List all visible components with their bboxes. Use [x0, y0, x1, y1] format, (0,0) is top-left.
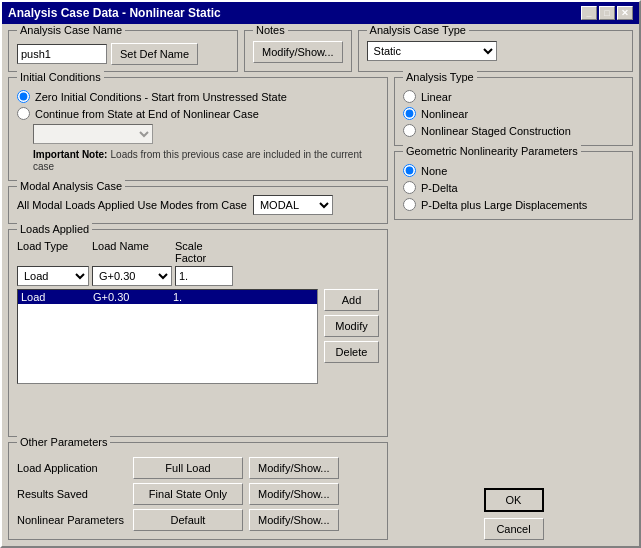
radio-zero-label: Zero Initial Conditions - Start from Uns… — [35, 91, 287, 103]
load-application-label: Load Application — [17, 462, 127, 474]
modal-analysis-description: All Modal Loads Applied Use Modes from C… — [17, 199, 247, 211]
analysis-case-type-group: Analysis Case Type Static Modal Response… — [358, 30, 633, 72]
modal-analysis-row: All Modal Loads Applied Use Modes from C… — [17, 195, 379, 215]
results-saved-value-btn[interactable]: Final State Only — [133, 483, 243, 505]
continue-select-row — [33, 124, 379, 144]
load-application-modify-btn[interactable]: Modify/Show... — [249, 457, 339, 479]
radio-none: None — [403, 164, 624, 177]
analysis-case-type-label: Analysis Case Type — [367, 24, 469, 36]
minimize-button[interactable]: _ — [581, 6, 597, 20]
row-load-name: G+0.30 — [90, 290, 170, 304]
radio-pdelta-input[interactable] — [403, 181, 416, 194]
geometric-nonlinearity-radios: None P-Delta P-Delta plus Large Displace… — [403, 164, 624, 211]
radio-none-input[interactable] — [403, 164, 416, 177]
radio-pdelta-large-label: P-Delta plus Large Displacements — [421, 199, 587, 211]
load-application-value-btn[interactable]: Full Load — [133, 457, 243, 479]
table-row[interactable]: Load G+0.30 1. — [18, 290, 317, 304]
window-title: Analysis Case Data - Nonlinear Static — [8, 6, 221, 20]
initial-conditions-radios: Zero Initial Conditions - Start from Uns… — [17, 90, 379, 172]
nonlinear-parameters-value-btn[interactable]: Default — [133, 509, 243, 531]
initial-conditions-group: Initial Conditions Zero Initial Conditio… — [8, 77, 388, 181]
important-note-area: Important Note: Loads from this previous… — [33, 148, 379, 172]
analysis-type-group: Analysis Type Linear Nonlinear Nonlin — [394, 77, 633, 146]
right-panel: Analysis Type Linear Nonlinear Nonlin — [394, 77, 633, 540]
ok-cancel-area: OK Cancel — [394, 478, 633, 540]
maximize-button[interactable]: □ — [599, 6, 615, 20]
loads-applied-label: Loads Applied — [17, 223, 92, 235]
other-parameters-label: Other Parameters — [17, 436, 110, 448]
nonlinear-parameters-modify-btn[interactable]: Modify/Show... — [249, 509, 339, 531]
loads-table-container: Load G+0.30 1. — [17, 289, 318, 384]
notes-group: Notes Modify/Show... — [244, 30, 352, 72]
case-name-group: Analysis Case Name Set Def Name — [8, 30, 238, 72]
results-saved-modify-btn[interactable]: Modify/Show... — [249, 483, 339, 505]
radio-continue: Continue from State at End of Nonlinear … — [17, 107, 379, 120]
loads-column-headers: Load Type Load Name Scale Factor — [17, 240, 379, 264]
col-load-name: Load Name — [92, 240, 172, 264]
param-row-nonlinear-parameters: Nonlinear Parameters Default Modify/Show… — [17, 509, 379, 531]
main-window: Analysis Case Data - Nonlinear Static _ … — [0, 0, 641, 548]
loads-area: Load G+0.30 1. Add Modify Delete — [17, 289, 379, 384]
scale-factor-input[interactable] — [175, 266, 233, 286]
radio-linear-input[interactable] — [403, 90, 416, 103]
analysis-case-type-select[interactable]: Static Modal Response Spectrum Linear St… — [367, 41, 497, 61]
radio-zero-initial-input[interactable] — [17, 90, 30, 103]
ok-button[interactable]: OK — [484, 488, 544, 512]
row-load-type: Load — [18, 290, 90, 304]
delete-button[interactable]: Delete — [324, 341, 379, 363]
radio-none-label: None — [421, 165, 447, 177]
case-name-input[interactable] — [17, 44, 107, 64]
case-name-label: Analysis Case Name — [17, 24, 125, 36]
other-parameters-grid: Load Application Full Load Modify/Show..… — [17, 457, 379, 531]
radio-pdelta-large: P-Delta plus Large Displacements — [403, 198, 624, 211]
initial-conditions-label: Initial Conditions — [17, 71, 104, 83]
top-row: Analysis Case Name Set Def Name Notes Mo… — [8, 30, 633, 72]
modal-analysis-group: Modal Analysis Case All Modal Loads Appl… — [8, 186, 388, 224]
radio-pdelta-label: P-Delta — [421, 182, 458, 194]
analysis-type-radios: Linear Nonlinear Nonlinear Staged Constr… — [403, 90, 624, 137]
other-parameters-group: Other Parameters Load Application Full L… — [8, 442, 388, 540]
load-type-select[interactable]: Load — [17, 266, 89, 286]
notes-label: Notes — [253, 24, 288, 36]
title-bar: Analysis Case Data - Nonlinear Static _ … — [2, 2, 639, 24]
close-button[interactable]: ✕ — [617, 6, 633, 20]
radio-pdelta: P-Delta — [403, 181, 624, 194]
continue-case-select[interactable] — [33, 124, 153, 144]
radio-pdelta-large-input[interactable] — [403, 198, 416, 211]
radio-linear: Linear — [403, 90, 624, 103]
loads-actions: Add Modify Delete — [324, 289, 379, 384]
notes-modify-show-button[interactable]: Modify/Show... — [253, 41, 343, 63]
important-note-label: Important Note: — [33, 149, 107, 160]
radio-nonlinear-label: Nonlinear — [421, 108, 468, 120]
set-def-name-button[interactable]: Set Def Name — [111, 43, 198, 65]
cancel-button[interactable]: Cancel — [484, 518, 544, 540]
radio-nonlinear: Nonlinear — [403, 107, 624, 120]
analysis-type-label: Analysis Type — [403, 71, 477, 83]
case-name-row: Set Def Name — [17, 43, 229, 65]
nonlinear-parameters-label: Nonlinear Parameters — [17, 514, 127, 526]
col-load-type: Load Type — [17, 240, 89, 264]
loads-applied-group: Loads Applied Load Type Load Name Scale … — [8, 229, 388, 437]
load-name-select[interactable]: G+0.30 — [92, 266, 172, 286]
row-scale-factor: 1. — [170, 290, 230, 304]
radio-nonlinear-input[interactable] — [403, 107, 416, 120]
title-bar-buttons: _ □ ✕ — [581, 6, 633, 20]
left-panel: Initial Conditions Zero Initial Conditio… — [8, 77, 388, 540]
radio-staged: Nonlinear Staged Construction — [403, 124, 624, 137]
modify-button[interactable]: Modify — [324, 315, 379, 337]
results-saved-label: Results Saved — [17, 488, 127, 500]
modal-analysis-label: Modal Analysis Case — [17, 180, 125, 192]
modal-case-select[interactable]: MODAL — [253, 195, 333, 215]
radio-continue-label: Continue from State at End of Nonlinear … — [35, 108, 259, 120]
content-area: Analysis Case Name Set Def Name Notes Mo… — [2, 24, 639, 546]
radio-continue-input[interactable] — [17, 107, 30, 120]
radio-staged-label: Nonlinear Staged Construction — [421, 125, 571, 137]
add-button[interactable]: Add — [324, 289, 379, 311]
loads-input-row: Load G+0.30 — [17, 266, 379, 286]
radio-staged-input[interactable] — [403, 124, 416, 137]
radio-linear-label: Linear — [421, 91, 452, 103]
radio-zero-initial: Zero Initial Conditions - Start from Uns… — [17, 90, 379, 103]
main-area: Initial Conditions Zero Initial Conditio… — [8, 77, 633, 540]
param-row-load-application: Load Application Full Load Modify/Show..… — [17, 457, 379, 479]
col-scale-factor: Scale Factor — [175, 240, 235, 264]
